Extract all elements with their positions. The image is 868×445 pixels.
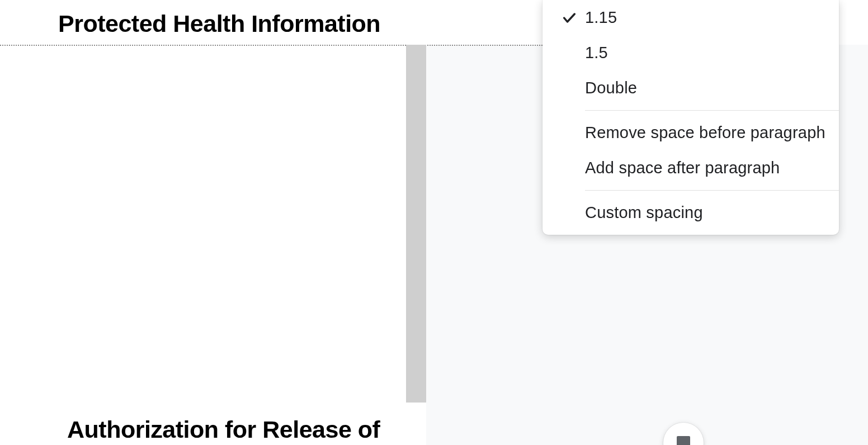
line-spacing-menu: 1.15 1.5 Double Remove space before para…	[542, 0, 839, 235]
menu-item-label: Remove space before paragraph	[585, 124, 839, 142]
menu-item-label: Double	[585, 79, 839, 97]
page-break-indicator	[0, 45, 542, 46]
menu-item-label: Custom spacing	[585, 203, 839, 222]
document-heading-page-2-start[interactable]: Authorization for Release of	[67, 416, 380, 443]
menu-item-label: Add space after paragraph	[585, 159, 839, 177]
line-spacing-option-double[interactable]: Double	[542, 70, 839, 106]
menu-item-label: 1.15	[585, 8, 839, 27]
add-space-after-paragraph[interactable]: Add space after paragraph	[542, 150, 839, 186]
page-gap-gutter	[406, 45, 426, 403]
line-spacing-option-1-5[interactable]: 1.5	[542, 35, 839, 70]
document-page-area[interactable]: Protected Health Information Authorizati…	[0, 0, 417, 445]
remove-space-before-paragraph[interactable]: Remove space before paragraph	[542, 115, 839, 150]
menu-separator	[585, 190, 839, 191]
explore-icon	[677, 436, 690, 445]
menu-separator	[585, 110, 839, 111]
menu-item-label: 1.5	[585, 44, 839, 62]
check-icon	[554, 10, 585, 26]
line-spacing-option-1-15[interactable]: 1.15	[542, 0, 839, 35]
custom-spacing[interactable]: Custom spacing	[542, 195, 839, 230]
document-heading-page-1-end[interactable]: Protected Health Information	[58, 10, 380, 37]
